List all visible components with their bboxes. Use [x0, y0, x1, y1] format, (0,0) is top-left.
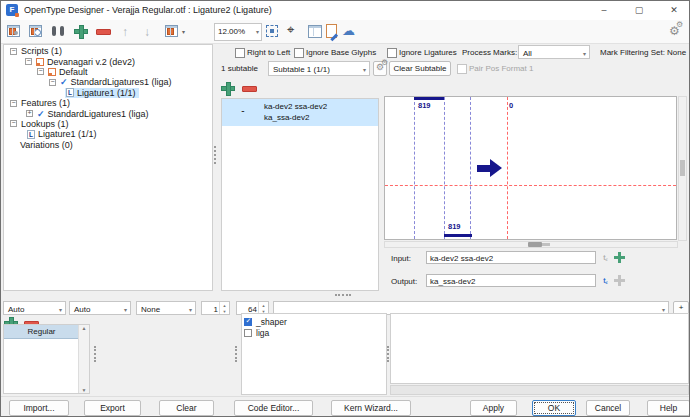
minimize-button[interactable]: – [587, 1, 621, 20]
fit-to-window-button[interactable] [263, 22, 282, 41]
cancel-button[interactable]: Cancel [586, 400, 630, 416]
canvas-vertical-scrollbar[interactable] [678, 96, 687, 241]
count-spinner[interactable]: 1 ▲▼ [201, 301, 230, 315]
ligature-row-selected[interactable]: - ka-dev2 ssa-dev2 ka_ssa-dev2 [222, 99, 378, 126]
tree-item-standardligatures-feature[interactable]: StandardLigatures1 (liga) [4, 108, 212, 118]
edit-page-button[interactable] [323, 22, 342, 41]
table-menu-button[interactable]: ▾ [162, 22, 186, 41]
sample-preview-scrollbar[interactable] [390, 385, 689, 395]
shaper-checkbox[interactable] [244, 318, 252, 326]
apply-button[interactable]: Apply [470, 400, 517, 416]
center-glyph-button[interactable]: ⌖ [285, 22, 304, 41]
ignore-ligatures-checkbox[interactable] [387, 48, 397, 58]
glyph-preview-canvas[interactable]: 819 0 819 [384, 96, 677, 240]
tree-item-ligature1-lookup[interactable]: Ligature1 (1/1) [4, 129, 212, 139]
lookup-icon [27, 130, 35, 139]
tree-splitter[interactable] [214, 146, 219, 164]
input-field[interactable]: ka-dev2 ssa-dev2 [426, 251, 596, 264]
collapse-icon[interactable] [10, 48, 17, 55]
mark-filtering-set-label: Mark Filtering Set: [600, 48, 665, 57]
combo-value: None [141, 305, 160, 314]
dialog-button-bar: Import... Export Clear Code Editor... Ke… [1, 396, 689, 417]
styles-header[interactable]: Regular [4, 325, 79, 339]
tree-item-standardligatures-script[interactable]: StandardLigatures1 (liga) [4, 77, 212, 87]
tree-item-ligature1-selected[interactable]: Ligature1 (1/1) [4, 88, 212, 98]
cloud-button[interactable]: ☁ [341, 22, 360, 41]
ignore-ligatures-label: Ignore Ligatures [399, 48, 457, 57]
class-combo-2[interactable]: Auto [69, 301, 131, 315]
maximize-button[interactable]: ▢ [622, 1, 656, 20]
glyph-name-toggle-icon[interactable]: t꜀ [600, 275, 611, 286]
collapse-icon[interactable] [25, 58, 32, 65]
move-up-button[interactable]: ↑ [116, 22, 135, 41]
class-combo-1[interactable]: Auto [3, 301, 66, 315]
remove-ligature-button[interactable] [242, 86, 257, 92]
glyph-name-toggle-icon[interactable]: t꜀ [600, 252, 611, 263]
cloud-icon: ☁ [342, 23, 355, 38]
lookup-table-button[interactable] [4, 22, 23, 41]
find-button[interactable] [49, 22, 68, 41]
page-pencil-icon [326, 24, 337, 38]
minus-icon [96, 29, 111, 35]
right-to-left-checkbox[interactable] [235, 48, 245, 58]
expand-icon[interactable] [26, 110, 33, 117]
class-combo-3[interactable]: None [136, 301, 196, 315]
tree-item-features[interactable]: Features (1) [4, 98, 212, 108]
ignore-base-glyphs-checkbox[interactable] [294, 48, 304, 58]
baseline-guide [385, 185, 676, 186]
collapse-icon[interactable] [10, 100, 17, 107]
fit-icon [266, 25, 278, 37]
styles-scrollbar[interactable]: ▲▼ [78, 325, 89, 393]
close-button[interactable]: ✕ [657, 1, 690, 20]
ok-button[interactable]: OK [532, 400, 576, 416]
advance-width-value-bottom: 819 [448, 222, 461, 231]
guide-line [470, 97, 471, 239]
tree-item-variations[interactable]: Variations (0) [4, 140, 212, 150]
styles-splitter[interactable] [94, 346, 99, 362]
collapse-icon[interactable] [49, 79, 56, 86]
clear-button[interactable]: Clear [159, 400, 214, 416]
scrollbar-thumb[interactable] [680, 160, 685, 176]
spinner-arrows[interactable]: ▲▼ [219, 302, 229, 314]
code-editor-button[interactable]: Code Editor... [234, 400, 313, 416]
feature-check-icon [60, 78, 68, 86]
collapse-icon[interactable] [37, 68, 44, 75]
help-button[interactable]: Help [647, 400, 690, 416]
tree-item-scripts[interactable]: Scripts (1) [4, 46, 212, 56]
clear-subtable-button[interactable]: Clear Subtable [389, 61, 451, 76]
feature-row[interactable]: _shaper [244, 316, 384, 327]
zoom-level-value: 12.00% [218, 27, 245, 36]
add-button[interactable] [71, 22, 90, 41]
process-marks-label: Process Marks: [462, 48, 517, 57]
tree-item-lookups[interactable]: Lookups (1) [4, 119, 212, 129]
liga-checkbox[interactable] [244, 329, 252, 337]
zoom-level-combo[interactable]: 12.00% [214, 23, 262, 41]
feature-row[interactable]: liga [244, 327, 384, 338]
settings-button[interactable]: ⚙ [667, 22, 686, 41]
subtable-settings-button[interactable]: ⚙ [373, 61, 387, 76]
main-splitter[interactable] [335, 294, 351, 299]
export-button[interactable]: Export [84, 400, 141, 416]
move-down-button[interactable]: ↓ [138, 22, 157, 41]
delete-button[interactable] [93, 22, 112, 41]
features-splitter[interactable] [235, 346, 240, 362]
grid-view-button[interactable] [305, 22, 324, 41]
subtable-selector-combo[interactable]: Subtable 1 (1/1) [268, 61, 370, 76]
inspect-table-button[interactable] [26, 22, 45, 41]
subtable-count-label: 1 subtable [221, 64, 258, 73]
tree-item-label: Devanagari v.2 (dev2) [47, 57, 135, 67]
target-icon: ⌖ [287, 22, 294, 38]
collapse-icon[interactable] [10, 120, 17, 127]
font-styles-list[interactable]: Regular ▲▼ [3, 324, 90, 394]
tree-item-devanagari[interactable]: Devanagari v.2 (dev2) [4, 56, 212, 66]
import-button[interactable]: Import... [9, 400, 69, 416]
add-input-button[interactable] [614, 252, 625, 263]
grid-icon [308, 25, 322, 38]
tree-item-default[interactable]: Default [4, 67, 212, 77]
ligature-list: - ka-dev2 ssa-dev2 ka_ssa-dev2 [221, 98, 379, 291]
kern-wizard-button[interactable]: Kern Wizard... [331, 400, 411, 416]
preview-splitter-grip[interactable] [528, 242, 542, 247]
process-marks-combo[interactable]: All [518, 45, 590, 59]
ligature-glyph-preview: - [222, 99, 264, 126]
output-field[interactable]: ka_ssa-dev2 [426, 274, 596, 287]
